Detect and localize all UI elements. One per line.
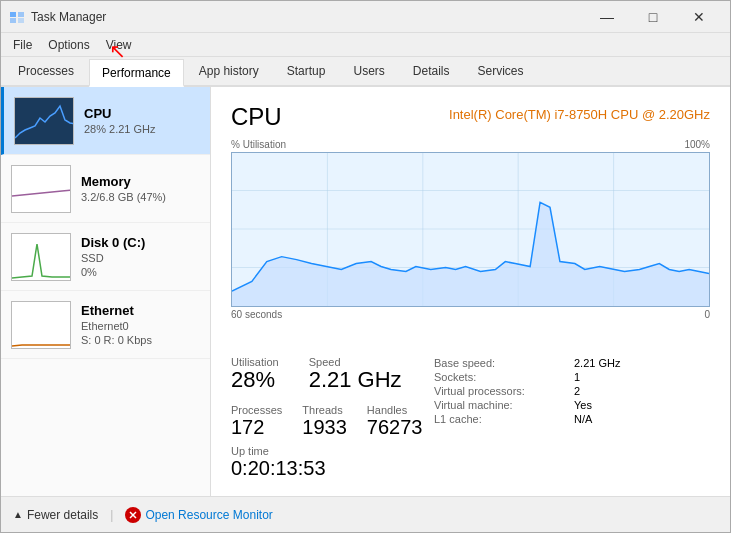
handles-value: 76273 <box>367 416 423 439</box>
window-title: Task Manager <box>31 10 106 24</box>
disk-mini-chart <box>11 233 71 281</box>
memory-mini-chart <box>11 165 71 213</box>
open-resource-monitor-link[interactable]: Open Resource Monitor <box>145 508 272 522</box>
ethernet-info: Ethernet Ethernet0 S: 0 R: 0 Kbps <box>81 303 200 346</box>
svg-marker-15 <box>232 202 709 306</box>
disk-title: Disk 0 (C:) <box>81 235 200 250</box>
ethernet-speed: S: 0 R: 0 Kbps <box>81 334 200 346</box>
uptime-section: Up time 0:20:13:53 <box>231 445 430 480</box>
speed-value: 2.21 GHz <box>309 368 402 392</box>
main-area: CPU 28% 2.21 GHz Memory 3.2/6.8 GB (47%) <box>1 87 730 496</box>
sockets-label: Sockets: <box>430 370 570 384</box>
stats-right: Base speed: 2.21 GHz Sockets: 1 Virtual … <box>430 356 710 480</box>
sidebar: CPU 28% 2.21 GHz Memory 3.2/6.8 GB (47%) <box>1 87 211 496</box>
minimize-button[interactable]: — <box>584 1 630 33</box>
chart-footer-labels: 60 seconds 0 <box>231 309 710 320</box>
resource-monitor-icon <box>125 507 141 523</box>
tab-users[interactable]: Users <box>340 57 397 85</box>
cpu-title: CPU <box>84 106 200 121</box>
fewer-details-button[interactable]: ▲ Fewer details <box>13 508 98 522</box>
base-speed-value: 2.21 GHz <box>570 356 710 370</box>
uptime-label: Up time <box>231 445 430 457</box>
x-axis-label-left: 60 seconds <box>231 309 282 320</box>
tab-app-history[interactable]: App history <box>186 57 272 85</box>
svg-rect-1 <box>18 12 24 17</box>
tab-startup[interactable]: Startup <box>274 57 339 85</box>
task-manager-window: Task Manager — □ ✕ File Options View ↗ P… <box>0 0 731 533</box>
chart-area: % Utilisation 100% <box>231 139 710 348</box>
svg-rect-7 <box>12 302 71 349</box>
base-speed-label: Base speed: <box>430 356 570 370</box>
footer-separator: | <box>110 508 113 522</box>
fewer-details-label: Fewer details <box>27 508 98 522</box>
virtual-machine-value: Yes <box>570 398 710 412</box>
y-axis-label: % Utilisation <box>231 139 286 150</box>
footer: ▲ Fewer details | Open Resource Monitor <box>1 496 730 532</box>
sidebar-item-disk[interactable]: Disk 0 (C:) SSD 0% <box>1 223 210 291</box>
maximize-button[interactable]: □ <box>630 1 676 33</box>
utilisation-group: Utilisation 28% <box>231 356 279 392</box>
ethernet-name: Ethernet0 <box>81 320 200 332</box>
x-axis-label-right: 0 <box>704 309 710 320</box>
svg-rect-2 <box>10 18 16 23</box>
panel-title-area: CPU <box>231 103 282 131</box>
detail-row-sockets: Sockets: 1 <box>430 370 710 384</box>
virtual-machine-label: Virtual machine: <box>430 398 570 412</box>
cpu-chart-svg <box>232 153 709 306</box>
processes-threads-handles-row: Processes 172 Threads 1933 Handles 76273 <box>231 404 430 439</box>
ethernet-mini-chart <box>11 301 71 349</box>
memory-title: Memory <box>81 174 200 189</box>
virtual-processors-value: 2 <box>570 384 710 398</box>
detail-row-virtual-machine: Virtual machine: Yes <box>430 398 710 412</box>
detail-row-virtual-processors: Virtual processors: 2 <box>430 384 710 398</box>
panel-header: CPU Intel(R) Core(TM) i7-8750H CPU @ 2.2… <box>231 103 710 131</box>
disk-info: Disk 0 (C:) SSD 0% <box>81 235 200 278</box>
utilisation-label: Utilisation <box>231 356 279 368</box>
svg-rect-3 <box>18 18 24 23</box>
cpu-info: CPU 28% 2.21 GHz <box>84 106 200 135</box>
svg-rect-0 <box>10 12 16 17</box>
tab-services[interactable]: Services <box>465 57 537 85</box>
tab-performance[interactable]: Performance <box>89 59 184 87</box>
handles-label: Handles <box>367 404 423 416</box>
detail-row-l1-cache: L1 cache: N/A <box>430 412 710 426</box>
panel-subtitle: Intel(R) Core(TM) i7-8750H CPU @ 2.20GHz <box>449 107 710 122</box>
stats-left: Utilisation 28% Speed 2.21 GHz Processes… <box>231 356 430 480</box>
chart-header-labels: % Utilisation 100% <box>231 139 710 150</box>
processes-group: Processes 172 <box>231 404 282 439</box>
close-button[interactable]: ✕ <box>676 1 722 33</box>
titlebar-left: Task Manager <box>9 9 106 25</box>
l1-cache-label: L1 cache: <box>430 412 570 426</box>
titlebar: Task Manager — □ ✕ <box>1 1 730 33</box>
tab-details[interactable]: Details <box>400 57 463 85</box>
sidebar-item-ethernet[interactable]: Ethernet Ethernet0 S: 0 R: 0 Kbps <box>1 291 210 359</box>
menu-file[interactable]: File <box>5 34 40 56</box>
taskmanager-icon <box>9 9 25 25</box>
memory-subtitle: 3.2/6.8 GB (47%) <box>81 191 200 203</box>
titlebar-controls: — □ ✕ <box>584 1 722 33</box>
speed-label: Speed <box>309 356 402 368</box>
sidebar-item-cpu[interactable]: CPU 28% 2.21 GHz <box>1 87 210 155</box>
disk-percent: 0% <box>81 266 200 278</box>
threads-group: Threads 1933 <box>302 404 347 439</box>
threads-label: Threads <box>302 404 347 416</box>
cpu-mini-chart <box>14 97 74 145</box>
utilisation-speed-row: Utilisation 28% Speed 2.21 GHz <box>231 356 430 398</box>
processes-label: Processes <box>231 404 282 416</box>
threads-value: 1933 <box>302 416 347 439</box>
cpu-chart <box>231 152 710 307</box>
tabbar: ↗ Processes Performance App history Star… <box>1 57 730 87</box>
menu-options[interactable]: Options <box>40 34 97 56</box>
svg-rect-5 <box>12 166 71 213</box>
disk-type: SSD <box>81 252 200 264</box>
handles-group: Handles 76273 <box>367 404 423 439</box>
detail-row-base-speed: Base speed: 2.21 GHz <box>430 356 710 370</box>
cpu-subtitle: 28% 2.21 GHz <box>84 123 200 135</box>
l1-cache-value: N/A <box>570 412 710 426</box>
memory-info: Memory 3.2/6.8 GB (47%) <box>81 174 200 203</box>
y-axis-max: 100% <box>684 139 710 150</box>
ethernet-title: Ethernet <box>81 303 200 318</box>
open-resource-monitor-area: Open Resource Monitor <box>125 507 272 523</box>
sidebar-item-memory[interactable]: Memory 3.2/6.8 GB (47%) <box>1 155 210 223</box>
tab-processes[interactable]: Processes <box>5 57 87 85</box>
